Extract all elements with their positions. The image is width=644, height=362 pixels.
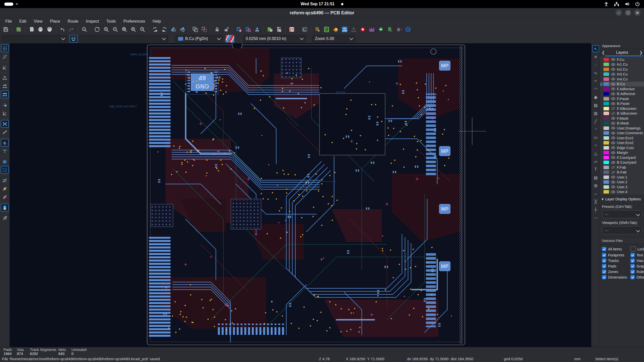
- filter-graphics[interactable]: Graphics: [630, 264, 644, 268]
- checkbox[interactable]: [630, 264, 635, 268]
- layer-color-swatch[interactable]: [603, 112, 609, 115]
- filter-footprints[interactable]: Footprints: [602, 253, 630, 257]
- layer-color-swatch[interactable]: [603, 82, 609, 86]
- layer-color-swatch[interactable]: [603, 180, 609, 184]
- layer-color-swatch[interactable]: [603, 92, 609, 96]
- layer-color-swatch[interactable]: [603, 136, 609, 140]
- show-ratsnest-toggle[interactable]: [1, 120, 9, 128]
- grid-overrides-toggle[interactable]: [1, 53, 9, 61]
- highlight-net-icon[interactable]: ◌: [592, 61, 599, 68]
- footprints-outline-toggle[interactable]: [1, 176, 9, 184]
- curved-ratsnest-toggle[interactable]: [1, 128, 9, 136]
- menu-preferences[interactable]: Preferences: [119, 18, 149, 25]
- tab-layers[interactable]: Layers: [607, 50, 638, 55]
- add-image-icon[interactable]: ▱: [592, 158, 599, 165]
- eye-visible-icon[interactable]: [610, 58, 616, 61]
- refresh-view-button[interactable]: [93, 25, 101, 33]
- layer-row-f-fab[interactable]: F.Fab: [600, 165, 644, 170]
- route-tracks-icon[interactable]: ∿: [592, 69, 599, 76]
- layer-row-in3-cu[interactable]: In3.Cu: [600, 72, 644, 77]
- checkbox[interactable]: [630, 275, 635, 279]
- layer-color-swatch[interactable]: [603, 156, 609, 159]
- footprint-browser-button[interactable]: [244, 25, 252, 33]
- system-clock[interactable]: Wed Sep 17 21:51: [301, 2, 343, 6]
- add-textbox-icon[interactable]: ▤: [592, 174, 599, 181]
- filter-tracks[interactable]: Tracks: [602, 258, 630, 263]
- layer-row-in2-cu[interactable]: In2.Cu: [600, 67, 644, 72]
- add-table-icon[interactable]: ⊞: [592, 182, 599, 189]
- filter-locked-items[interactable]: Locked items: [630, 246, 644, 252]
- layer-row-b-cu[interactable]: ▶B.Cu: [600, 82, 644, 87]
- eye-visible-icon[interactable]: [610, 78, 616, 80]
- accessibility-icon[interactable]: [604, 2, 609, 7]
- rotate-ccw-button[interactable]: [151, 25, 159, 33]
- save-button[interactable]: [2, 25, 10, 33]
- minimize-button[interactable]: –: [616, 10, 622, 16]
- checkbox[interactable]: [602, 269, 606, 274]
- layer-color-swatch[interactable]: [603, 151, 609, 154]
- ungroup-button[interactable]: [200, 25, 209, 33]
- close-button[interactable]: ✕: [634, 10, 640, 16]
- eye-visible-icon[interactable]: [610, 161, 616, 164]
- eye-visible-icon[interactable]: [610, 102, 616, 105]
- layer-row-in4-cu[interactable]: In4.Cu: [600, 77, 644, 82]
- checkbox[interactable]: [630, 258, 635, 263]
- undo-button[interactable]: [58, 25, 67, 33]
- eye-visible-icon[interactable]: [610, 146, 616, 149]
- redo-button[interactable]: [67, 25, 76, 33]
- group-button[interactable]: [191, 25, 199, 33]
- filter-text[interactable]: Text: [630, 253, 644, 257]
- crosshair-cursor-toggle[interactable]: [1, 101, 9, 109]
- eye-visible-icon[interactable]: [610, 191, 616, 193]
- menu-tools[interactable]: Tools: [103, 18, 119, 25]
- draw-polygon-icon[interactable]: △: [592, 150, 599, 157]
- filter-rule-areas[interactable]: Rule Areas: [630, 269, 644, 274]
- plot-button[interactable]: [45, 25, 54, 33]
- layer-color-swatch[interactable]: [603, 131, 609, 135]
- maximize-button[interactable]: [625, 10, 631, 16]
- presets-select[interactable]: ---: [602, 210, 642, 218]
- eye-visible-icon[interactable]: [610, 127, 616, 129]
- layer-row-b-silkscreen[interactable]: B.Silkscreen: [600, 111, 644, 116]
- eye-visible-icon[interactable]: [610, 176, 616, 178]
- zones-filled-toggle[interactable]: [1, 158, 9, 165]
- layer-row-f-cu[interactable]: F.Cu: [600, 57, 644, 62]
- eye-hidden-icon[interactable]: [610, 107, 616, 110]
- measure-tool-icon[interactable]: ┼: [592, 206, 599, 213]
- checkbox[interactable]: [602, 275, 606, 279]
- checkbox[interactable]: [630, 253, 635, 257]
- layer-color-swatch[interactable]: [603, 185, 609, 189]
- layer-color-swatch[interactable]: [603, 170, 609, 174]
- layer-row-b-adhesive[interactable]: B.Adhesive: [600, 92, 644, 97]
- via-size-select[interactable]: [79, 35, 168, 42]
- eye-visible-icon[interactable]: [610, 151, 616, 154]
- soc-footprint[interactable]: [319, 94, 385, 155]
- add-footprint-plugin-button[interactable]: [386, 25, 394, 33]
- eye-hidden-icon[interactable]: [610, 171, 616, 174]
- units-mils-toggle[interactable]: mil: [1, 82, 9, 90]
- viewports-select[interactable]: ---: [602, 226, 642, 234]
- page-settings-button[interactable]: [27, 25, 36, 33]
- free-angle-toggle[interactable]: [1, 109, 9, 117]
- flip-horizontal-button[interactable]: [169, 25, 178, 33]
- properties-tools-toggle[interactable]: [1, 214, 9, 222]
- layer-color-swatch[interactable]: [603, 121, 609, 125]
- eye-visible-icon[interactable]: [610, 117, 616, 120]
- eye-hidden-icon[interactable]: [610, 112, 616, 115]
- eye-visible-icon[interactable]: [610, 132, 616, 134]
- drc-button[interactable]: [275, 25, 283, 33]
- zoom-to-selection-button[interactable]: [138, 25, 147, 33]
- layer-display-options[interactable]: Layer Display Options: [600, 195, 644, 203]
- layer-color-swatch[interactable]: [603, 77, 609, 81]
- zones-outline-toggle[interactable]: [1, 166, 9, 174]
- eye-visible-icon[interactable]: [610, 68, 616, 71]
- power-icon[interactable]: [635, 2, 640, 7]
- lock-button[interactable]: [213, 25, 221, 33]
- eye-visible-icon[interactable]: [610, 137, 616, 139]
- menu-file[interactable]: File: [2, 18, 16, 25]
- board-setup-button[interactable]: [14, 25, 23, 33]
- add-zone-icon[interactable]: ▨: [592, 102, 599, 109]
- active-layer-select[interactable]: B.Cu (PgDn): [175, 35, 223, 42]
- draw-line-icon[interactable]: ╱: [592, 118, 599, 125]
- layer-color-swatch[interactable]: [603, 161, 609, 164]
